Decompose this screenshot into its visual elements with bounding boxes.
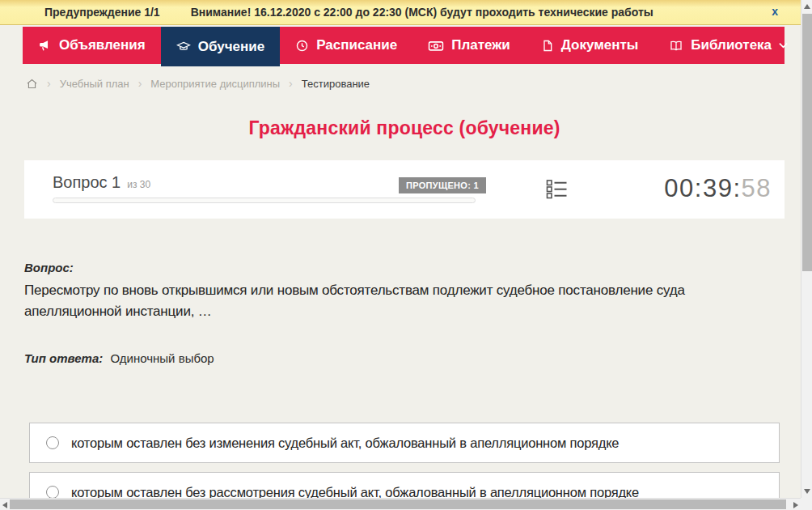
nav-label: Платежи bbox=[451, 37, 510, 53]
nav-item-payments[interactable]: Платежи bbox=[412, 27, 526, 64]
answer-option[interactable]: которым оставлен без изменения судебный … bbox=[29, 423, 780, 463]
radio-button[interactable] bbox=[46, 436, 59, 449]
question-header-panel: Вопрос 1 из 30 ПРОПУЩЕНО: 1 00:39:58 bbox=[24, 160, 785, 219]
question-list-icon[interactable] bbox=[546, 178, 568, 203]
nav-item-announcements[interactable]: Объявления bbox=[23, 27, 161, 64]
page-title: Гражданский процесс (обучение) bbox=[0, 117, 809, 139]
vertical-scrollbar[interactable] bbox=[801, 0, 812, 498]
radio-button[interactable] bbox=[46, 486, 59, 499]
question-total: из 30 bbox=[127, 179, 150, 190]
nav-item-learning[interactable]: Обучение bbox=[161, 27, 280, 66]
timer-minutes: 00:39: bbox=[664, 174, 741, 202]
cash-icon bbox=[428, 39, 444, 53]
warning-message: Внимание! 16.12.2020 с 22:00 до 22:30 (М… bbox=[191, 6, 653, 19]
nav-item-documents[interactable]: Документы bbox=[526, 27, 654, 64]
scroll-up-icon[interactable] bbox=[804, 4, 810, 9]
answer-type-row: Тип ответа: Одиночный выбор bbox=[24, 351, 214, 365]
breadcrumb-separator: › bbox=[289, 77, 293, 90]
scroll-left-icon[interactable] bbox=[2, 502, 7, 508]
breadcrumb: › Учебный план › Мероприятие дисциплины … bbox=[26, 75, 370, 91]
warning-banner: Предупреждение 1/1 Внимание! 16.12.2020 … bbox=[0, 0, 801, 25]
answer-type-value: Одиночный выбор bbox=[110, 351, 214, 365]
breadcrumb-discipline-event[interactable]: Мероприятие дисциплины bbox=[150, 78, 280, 90]
document-icon bbox=[541, 39, 554, 53]
graduation-cap-icon bbox=[176, 40, 191, 54]
timer: 00:39:58 bbox=[664, 174, 772, 203]
home-icon[interactable] bbox=[26, 78, 38, 90]
question-text: Пересмотру по вновь открывшимся или новы… bbox=[24, 280, 730, 322]
answer-option-text: которым оставлен без изменения судебный … bbox=[71, 436, 619, 451]
breadcrumb-current: Тестирование bbox=[302, 78, 370, 90]
warning-counter: Предупреждение 1/1 bbox=[44, 6, 160, 19]
breadcrumb-separator: › bbox=[47, 77, 51, 90]
nav-label: Объявления bbox=[59, 37, 146, 53]
breadcrumb-study-plan[interactable]: Учебный план bbox=[60, 78, 129, 90]
question-caption: Вопрос: bbox=[24, 261, 74, 274]
clock-icon bbox=[295, 39, 309, 53]
horizontal-scroll-thumb[interactable] bbox=[10, 499, 786, 509]
breadcrumb-separator: › bbox=[138, 77, 142, 90]
nav-label: Документы bbox=[561, 37, 639, 53]
nav-item-schedule[interactable]: Расписание bbox=[280, 27, 412, 64]
scroll-down-icon[interactable] bbox=[804, 489, 810, 494]
timer-seconds: 58 bbox=[742, 174, 772, 202]
vertical-scroll-thumb[interactable] bbox=[802, 14, 812, 271]
nav-item-library[interactable]: Библиотека bbox=[653, 27, 803, 64]
book-icon bbox=[669, 39, 683, 53]
close-icon[interactable]: x bbox=[768, 5, 781, 18]
question-number-group: Вопрос 1 из 30 bbox=[53, 173, 150, 192]
main-navbar: Объявления Обучение Расписание Платежи Д… bbox=[23, 27, 785, 64]
nav-label: Расписание bbox=[316, 37, 397, 53]
nav-label: Библиотека bbox=[691, 37, 772, 53]
scrollbar-corner bbox=[801, 498, 812, 510]
progress-bar bbox=[53, 198, 476, 203]
answer-type-label: Тип ответа: bbox=[24, 351, 103, 365]
scroll-right-icon[interactable] bbox=[793, 502, 798, 508]
nav-label: Обучение bbox=[198, 39, 264, 55]
skipped-badge: ПРОПУЩЕНО: 1 bbox=[399, 177, 486, 193]
horizontal-scrollbar[interactable] bbox=[0, 498, 801, 510]
question-number: Вопрос 1 bbox=[53, 173, 121, 192]
chevron-down-icon bbox=[779, 42, 788, 49]
megaphone-icon bbox=[38, 39, 52, 53]
